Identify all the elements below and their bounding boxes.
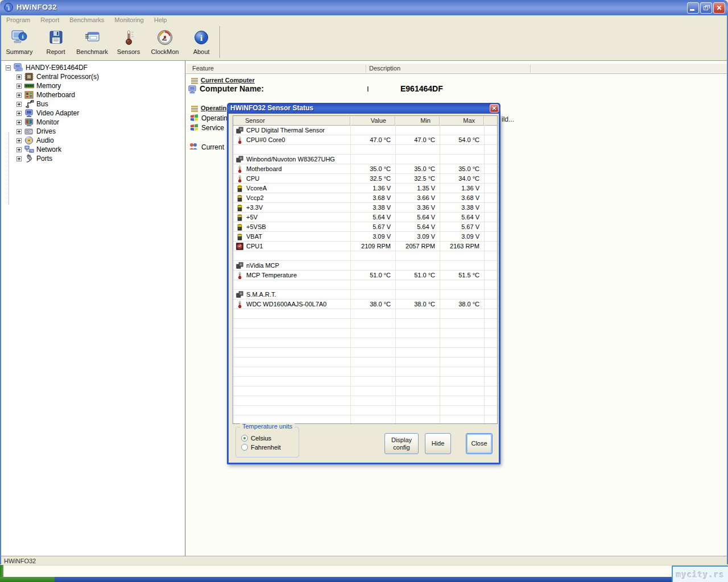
sensor-table-column-value[interactable]: Value: [350, 117, 386, 124]
status-bar: HWiNFO32: [1, 556, 727, 565]
benchmark-icon: [83, 28, 101, 47]
tree-item-drives[interactable]: Drives: [16, 127, 56, 136]
display-config-button[interactable]: Display config: [384, 433, 419, 454]
hide-button[interactable]: Hide: [425, 433, 451, 454]
expand-box[interactable]: [16, 93, 22, 98]
menu-item-monitoring[interactable]: Monitoring: [109, 15, 148, 25]
tree-item-label: Central Processor(s): [36, 73, 99, 81]
sensor-row-cpu-digital-thermal-sensor[interactable]: CPU Digital Thermal Sensor: [233, 126, 497, 135]
tree-item-handy-e961464df[interactable]: HANDY-E961464DF: [6, 63, 88, 72]
toolbar-button-benchmark[interactable]: Benchmark: [74, 25, 110, 59]
column-header-row: Feature Description: [186, 63, 727, 73]
toolbar-button-sensors[interactable]: Sensors: [110, 25, 147, 59]
sensor-row-cpu1[interactable]: CPU12109 RPM2057 RPM2163 RPM: [233, 242, 497, 251]
device-tree: HANDY-E961464DFCentral Processor(s)Memor…: [1, 61, 185, 556]
sensor-row-5v[interactable]: +5V5.64 V5.64 V5.64 V: [233, 213, 497, 222]
title-bar[interactable]: i HWiNFO32 ✕: [0, 0, 728, 15]
tree-item-ports[interactable]: Ports: [16, 154, 52, 163]
radio-fahrenheit[interactable]: Fahrenheit: [241, 444, 281, 451]
tree-item-bus[interactable]: Bus: [16, 99, 48, 109]
menu-item-report[interactable]: Report: [35, 15, 64, 25]
header-separator: [395, 117, 395, 125]
sensor-row-cpu[interactable]: CPU32.5 °C32.5 °C34.0 °C: [233, 174, 497, 184]
sensor-row-nvidia-mcp[interactable]: nVidia MCP: [233, 261, 497, 271]
sensor-row-vbat[interactable]: VBAT3.09 V3.09 V3.09 V: [233, 232, 497, 242]
temp-icon: [236, 301, 243, 308]
sensor-row-vcorea[interactable]: VcoreA1.36 V1.35 V1.36 V: [233, 184, 497, 193]
menu-item-benchmarks[interactable]: Benchmarks: [64, 15, 109, 25]
expand-box[interactable]: [16, 129, 22, 134]
expand-box[interactable]: [16, 84, 22, 89]
sensor-row-wdc-wd1600aajs-00l7a0[interactable]: WDC WD1600AAJS-00L7A038.0 °C38.0 °C38.0 …: [233, 300, 497, 309]
sensor-table-column-sensor[interactable]: Sensor: [245, 117, 265, 124]
expand-box[interactable]: [16, 156, 22, 161]
operating-system-item[interactable]: Operatin: [201, 114, 228, 122]
sensor-row-s-m-a-r-t[interactable]: S.M.A.R.T.: [233, 290, 497, 300]
toolbar-button-summary[interactable]: iSummary: [1, 25, 38, 59]
expand-box[interactable]: [16, 147, 22, 152]
sensor-row-3-3v[interactable]: +3.3V3.38 V3.36 V3.38 V: [233, 203, 497, 213]
volt-icon: [236, 214, 243, 221]
volt-icon: [236, 233, 243, 240]
radio-celsius[interactable]: Celsius: [241, 435, 271, 442]
sensor-table-column-max[interactable]: Max: [440, 117, 475, 124]
sensor-row-cpu-0-core0[interactable]: CPU#0 Core047.0 °C47.0 °C54.0 °C: [233, 135, 497, 145]
expand-box[interactable]: [16, 74, 22, 80]
minimize-button[interactable]: [687, 2, 699, 14]
groupbox-legend: Temperature units: [240, 423, 295, 430]
window-border-left: [0, 15, 1, 564]
sensor-row-vccp2[interactable]: Vccp23.68 V3.66 V3.68 V: [233, 193, 497, 203]
sensor-max: 51.5 °C: [440, 272, 479, 278]
toolbar-label: Summary: [6, 48, 32, 55]
service-item[interactable]: Service: [201, 124, 224, 132]
temp-icon: [236, 175, 243, 182]
tree-item-audio[interactable]: Audio: [16, 136, 54, 145]
sensor-table-column-min[interactable]: Min: [395, 117, 431, 124]
sensor-row-5vsb[interactable]: +5VSB5.67 V5.64 V5.67 V: [233, 222, 497, 232]
collapse-box[interactable]: [6, 65, 11, 70]
dialog-title: HWiNFO32 Sensor Status: [230, 104, 313, 112]
tree-item-label: Audio: [36, 136, 54, 144]
dialog-close-button[interactable]: ✕: [490, 104, 499, 113]
tree-item-monitor[interactable]: Monitor: [16, 118, 59, 127]
menu-item-help[interactable]: Help: [149, 15, 172, 25]
app-icon: i: [4, 3, 14, 13]
expand-box[interactable]: [16, 111, 22, 116]
expand-box[interactable]: [16, 120, 22, 125]
toolbar-button-report[interactable]: Report: [38, 25, 74, 59]
radio-fahrenheit-control[interactable]: [241, 444, 248, 451]
about-icon: i: [192, 28, 210, 47]
tree-connector: [9, 132, 9, 205]
expand-box[interactable]: [16, 102, 22, 107]
operating-section[interactable]: Operating: [201, 105, 230, 111]
tree-item-network[interactable]: Network: [16, 145, 61, 154]
current-user-item[interactable]: Current: [201, 143, 224, 151]
sensor-row-winbond-nuvoton-w83627uhg[interactable]: Winbond/Nuvoton W83627UHG: [233, 155, 497, 164]
dialog-title-bar[interactable]: HWiNFO32 Sensor Status ✕: [227, 103, 500, 114]
current-computer-section[interactable]: Current Computer: [201, 77, 255, 84]
dialog-close-action-button[interactable]: Close: [466, 433, 493, 454]
tree-item-motherboard[interactable]: Motherboard: [16, 90, 75, 99]
sensor-row-mcp-temperature[interactable]: MCP Temperature51.0 °C51.0 °C51.5 °C: [233, 271, 497, 280]
video-icon: [24, 109, 34, 118]
start-button-fragment[interactable]: [0, 577, 55, 582]
sensor-name: +3.3V: [246, 204, 263, 211]
sensors-icon: [119, 28, 138, 47]
restore-button[interactable]: [700, 2, 712, 14]
expand-box[interactable]: [16, 138, 22, 143]
close-button[interactable]: ✕: [713, 2, 725, 14]
tree-item-central-processor-s[interactable]: Central Processor(s): [16, 72, 99, 81]
menu-item-program[interactable]: Program: [1, 15, 35, 25]
column-header-feature[interactable]: Feature: [192, 65, 214, 72]
header-separator: [483, 117, 484, 125]
watermark-box: mycity.rs: [672, 566, 728, 582]
toolbar-button-about[interactable]: iAbout: [183, 25, 220, 59]
tree-item-memory[interactable]: Memory: [16, 81, 61, 90]
column-header-description[interactable]: Description: [369, 65, 400, 72]
sensor-value: 5.64 V: [350, 214, 391, 221]
toolbar-button-clockmon[interactable]: ClockMon: [147, 25, 183, 59]
tree-item-video-adapter[interactable]: Video Adapter: [16, 109, 79, 118]
radio-celsius-control[interactable]: [241, 435, 248, 442]
header-separator: [439, 117, 440, 125]
sensor-row-motherboard[interactable]: Motherboard35.0 °C35.0 °C35.0 °C: [233, 164, 497, 174]
